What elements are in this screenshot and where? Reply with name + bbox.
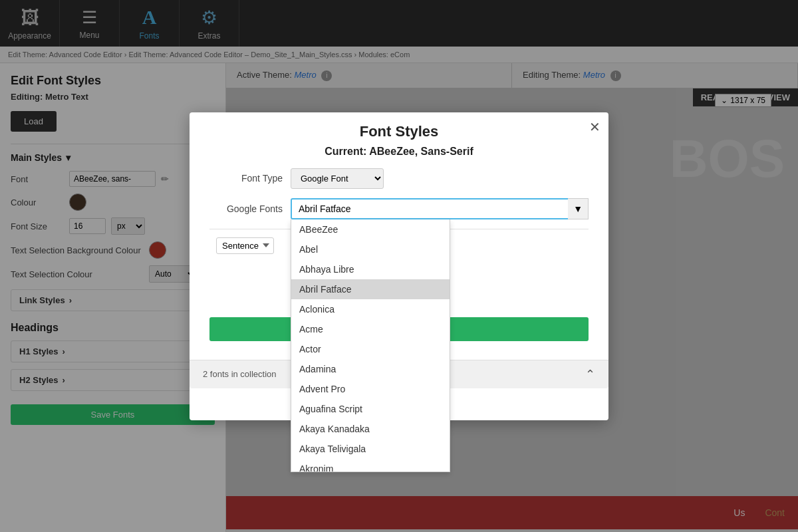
collection-count: 2 fonts in collection [203, 369, 277, 379]
font-styles-modal: ✕ Font Styles Current: ABeeZee, Sans-Ser… [190, 112, 608, 420]
modal-close-button[interactable]: ✕ [589, 119, 600, 135]
font-dropdown-list: ABeeZee Abel Abhaya Libre Abril Fatface … [291, 219, 450, 472]
font-item-akaya-kanadaka[interactable]: Akaya Kanadaka [291, 419, 450, 439]
font-item-abel[interactable]: Abel [291, 239, 450, 259]
modal-overlay: ✕ Font Styles Current: ABeeZee, Sans-Ser… [0, 0, 798, 532]
font-type-row: Font Type Google Font Web Safe Font Cust… [209, 168, 589, 189]
sentence-bar: Sentence Alphabet Numbers [216, 237, 274, 254]
font-item-aguafina-script[interactable]: Aguafina Script [291, 399, 450, 419]
font-item-advent-pro[interactable]: Advent Pro [291, 379, 450, 399]
font-item-acme[interactable]: Acme [291, 319, 450, 339]
font-type-label: Font Type [209, 173, 283, 184]
font-type-select[interactable]: Google Font Web Safe Font Custom Font [291, 168, 384, 189]
google-fonts-dropdown-arrow[interactable]: ▼ [568, 198, 589, 219]
google-fonts-label: Google Fonts [209, 203, 283, 214]
modal-current-font: Current: ABeeZee, Sans-Serif [209, 146, 589, 158]
modal-header: Font Styles [190, 112, 608, 140]
font-item-actor[interactable]: Actor [291, 339, 450, 359]
modal-body: Current: ABeeZee, Sans-Serif Font Type G… [190, 146, 608, 360]
modal-title: Font Styles [203, 123, 595, 140]
font-item-akaya-telivigala[interactable]: Akaya Telivigala [291, 439, 450, 459]
font-item-adamina[interactable]: Adamina [291, 359, 450, 379]
chevron-up-icon[interactable]: ⌃ [585, 367, 595, 382]
font-item-abril-fatface[interactable]: Abril Fatface [291, 279, 450, 299]
font-item-abeezee[interactable]: ABeeZee [291, 219, 450, 239]
google-fonts-row: Google Fonts ▼ ABeeZee Abel Abhaya Libre… [209, 198, 589, 219]
font-item-aclonica[interactable]: Aclonica [291, 299, 450, 319]
font-item-akronim[interactable]: Akronim [291, 459, 450, 472]
sentence-select[interactable]: Sentence Alphabet Numbers [216, 237, 274, 254]
google-fonts-input[interactable] [291, 198, 589, 219]
font-item-abhaya-libre[interactable]: Abhaya Libre [291, 259, 450, 279]
google-fonts-wrapper: ▼ ABeeZee Abel Abhaya Libre Abril Fatfac… [291, 198, 589, 219]
